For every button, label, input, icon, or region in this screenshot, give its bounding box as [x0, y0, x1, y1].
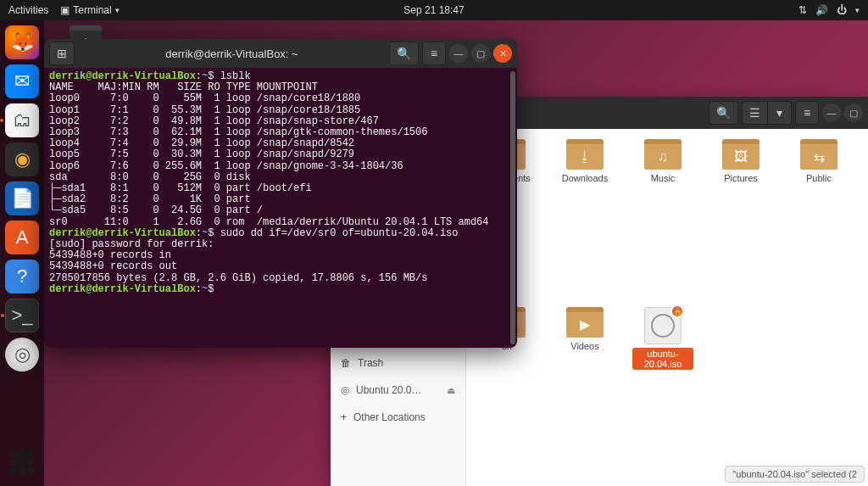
- disc-icon: ◎: [341, 384, 349, 396]
- folder-label: Pictures: [724, 173, 758, 183]
- sidebar-other-locations[interactable]: + Other Locations: [331, 404, 465, 431]
- sidebar-mount-ubuntu[interactable]: ◎ Ubuntu 20.0… ⏏: [331, 377, 465, 404]
- app-menu[interactable]: ▣ Terminal ▾: [60, 4, 119, 16]
- folder-music[interactable]: ♫ Music: [632, 139, 693, 183]
- files-view-switcher[interactable]: ☰ ▾: [742, 101, 792, 125]
- activities-button[interactable]: Activities: [8, 4, 48, 16]
- view-options-button[interactable]: ▾: [768, 101, 792, 125]
- plus-icon: +: [341, 411, 347, 423]
- dock: 🦊 ✉ 🗂 ◉ 📄 A ? >_ ◎: [0, 20, 44, 486]
- dock-firefox[interactable]: 🦊: [5, 25, 39, 59]
- search-icon: 🔍: [397, 47, 411, 60]
- dock-writer[interactable]: 📄: [5, 182, 39, 215]
- terminal-search-button[interactable]: 🔍: [389, 42, 419, 65]
- lock-badge-icon: 🔒: [670, 304, 684, 318]
- chevron-down-icon[interactable]: ▾: [855, 6, 860, 14]
- folder-label: Public: [806, 173, 832, 183]
- show-applications[interactable]: [7, 447, 37, 478]
- terminal-close-button[interactable]: ✕: [493, 44, 512, 63]
- files-menu-button[interactable]: ≡: [795, 101, 819, 125]
- trash-icon: 🗑: [341, 357, 351, 369]
- folder-label: Downloads: [562, 173, 608, 183]
- terminal-content[interactable]: derrik@derrik-VirtualBox:~$ lsblk NAME M…: [44, 68, 517, 348]
- folder-pictures[interactable]: 🖼 Pictures: [710, 139, 771, 183]
- terminal-headerbar: ⊞ derrik@derrik-VirtualBox: ~ 🔍 ≡ — ▢ ✕: [44, 39, 517, 68]
- volume-icon[interactable]: 🔊: [815, 4, 828, 16]
- list-view-button[interactable]: ☰: [742, 101, 768, 125]
- sidebar-item-label: Other Locations: [353, 411, 426, 423]
- top-bar: Activities ▣ Terminal ▾ Sep 21 18:47 ⇅ 🔊…: [0, 0, 868, 20]
- folder-label: Music: [651, 173, 676, 183]
- folder-downloads[interactable]: ⭳ Downloads: [554, 139, 615, 183]
- file-ubuntu-iso[interactable]: 🔒 ubuntu-20.04.iso: [632, 307, 693, 370]
- folder-icon: ⭳: [566, 139, 604, 170]
- dock-help[interactable]: ?: [5, 260, 39, 293]
- file-label: ubuntu-20.04.iso: [632, 348, 693, 370]
- dock-software[interactable]: A: [5, 221, 39, 254]
- files-maximize-button[interactable]: ▢: [844, 103, 863, 122]
- terminal-title: derrik@derrik-VirtualBox: ~: [78, 47, 386, 60]
- folder-icon: 🖼: [722, 139, 760, 170]
- iso-icon: 🔒: [644, 307, 682, 344]
- clock[interactable]: Sep 21 18:47: [403, 4, 464, 16]
- terminal-maximize-button[interactable]: ▢: [471, 44, 490, 63]
- network-icon[interactable]: ⇅: [798, 4, 807, 16]
- folder-label: Videos: [570, 341, 598, 351]
- sidebar-item-label: Trash: [358, 357, 383, 369]
- terminal-minimize-button[interactable]: —: [449, 44, 468, 63]
- files-main-area[interactable]: 🖺 Documents ⭳ Downloads ♫ Music 🖼 Pictur…: [466, 129, 868, 486]
- chevron-down-icon: ▾: [115, 6, 120, 14]
- dock-files[interactable]: 🗂: [5, 103, 39, 137]
- folder-videos[interactable]: ▶ Videos: [554, 307, 615, 351]
- sidebar-trash[interactable]: 🗑 Trash: [331, 349, 465, 377]
- dock-terminal[interactable]: >_: [5, 299, 39, 332]
- power-icon[interactable]: ⏻: [837, 4, 847, 16]
- folder-public[interactable]: ⇆ Public: [788, 139, 849, 183]
- dock-thunderbird[interactable]: ✉: [5, 64, 39, 98]
- folder-icon: ▶: [566, 307, 604, 338]
- app-menu-label: Terminal: [73, 4, 111, 16]
- dock-rhythmbox[interactable]: ◉: [5, 142, 39, 176]
- terminal-new-tab-button[interactable]: ⊞: [49, 42, 75, 65]
- eject-icon[interactable]: ⏏: [447, 385, 455, 396]
- folder-icon: ♫: [644, 139, 682, 170]
- files-search-button[interactable]: 🔍: [709, 101, 738, 125]
- terminal-menu-button[interactable]: ≡: [422, 42, 446, 65]
- files-minimize-button[interactable]: —: [822, 103, 841, 122]
- dock-disc[interactable]: ◎: [5, 338, 39, 371]
- sidebar-item-label: Ubuntu 20.0…: [356, 384, 421, 396]
- search-icon: 🔍: [716, 106, 731, 120]
- folder-icon: ⇆: [800, 139, 837, 170]
- files-statusbar: "ubuntu-20.04.iso" selected (2: [725, 466, 865, 483]
- terminal-window: ⊞ derrik@derrik-VirtualBox: ~ 🔍 ≡ — ▢ ✕ …: [44, 39, 517, 348]
- terminal-icon: ▣: [60, 4, 70, 16]
